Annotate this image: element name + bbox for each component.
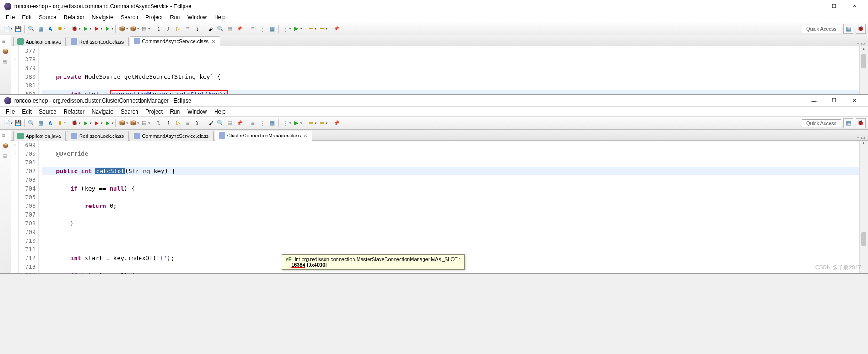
tab-close-icon[interactable]: ✕ [304, 133, 307, 138]
grid-icon[interactable] [267, 24, 277, 33]
menu-search[interactable]: Search [117, 108, 142, 115]
save-icon[interactable] [13, 24, 22, 33]
outline-icon[interactable] [248, 119, 257, 128]
tab-close-icon[interactable]: ✕ [212, 39, 215, 44]
perspective-debug-icon[interactable] [856, 24, 866, 34]
back-icon[interactable] [306, 119, 315, 128]
paint-icon[interactable] [206, 24, 215, 33]
code-body[interactable]: private NodeSource getNodeSource(String … [39, 46, 859, 94]
code-body[interactable]: @Override public int calcSlot(String key… [39, 141, 859, 273]
star-icon[interactable] [55, 119, 65, 128]
resume-icon[interactable] [174, 119, 183, 128]
skip-icon[interactable] [154, 24, 163, 33]
box-icon[interactable] [36, 119, 45, 128]
restore-view-icon[interactable] [2, 38, 10, 45]
menu-window[interactable]: Window [184, 108, 211, 115]
lines-icon[interactable] [183, 24, 192, 33]
tab-commandasync[interactable]: CommandAsyncService.class [130, 131, 214, 141]
paint-icon[interactable] [206, 119, 215, 128]
menu-edit[interactable]: Edit [18, 13, 35, 21]
close-button[interactable]: ✕ [845, 2, 864, 11]
more-icon[interactable] [258, 119, 267, 128]
tab-redissonlock[interactable]: RedissonLock.class [67, 37, 129, 46]
resume-icon[interactable] [174, 24, 183, 33]
new-pkg-icon[interactable] [118, 24, 127, 33]
menu-navigate[interactable]: Navigate [88, 108, 117, 115]
search2-icon[interactable] [216, 119, 225, 128]
menu-refactor[interactable]: Refactor [60, 13, 88, 21]
stepout-icon[interactable] [164, 119, 173, 128]
star-icon[interactable] [55, 24, 65, 33]
new-class-icon[interactable] [129, 119, 138, 128]
type-hier-icon[interactable] [2, 152, 10, 160]
new-type-icon[interactable] [140, 24, 149, 33]
quick-access-input[interactable]: Quick Access [802, 25, 841, 33]
tab-max-icon[interactable]: ▭ [861, 135, 865, 140]
more-icon[interactable] [258, 24, 267, 33]
perspective-java-icon[interactable] [843, 118, 853, 128]
menu-navigate[interactable]: Navigate [88, 13, 117, 21]
maximize-button[interactable]: ☐ [825, 2, 844, 11]
search-icon[interactable] [27, 119, 36, 128]
code-editor[interactable]: 377 378 379 380 381 382 private NodeSour… [11, 46, 868, 94]
tab-clusterconn[interactable]: ClusterConnectionManager.class✕ [215, 131, 312, 141]
tab-redissonlock[interactable]: RedissonLock.class [67, 131, 129, 141]
ext-run-icon[interactable] [92, 119, 101, 128]
nextann-icon[interactable] [292, 119, 301, 128]
ext-run-icon[interactable] [92, 24, 101, 33]
menu-run[interactable]: Run [166, 108, 184, 115]
pkg-explorer-icon[interactable] [2, 48, 10, 55]
new-class-icon[interactable] [129, 24, 138, 33]
menu-project[interactable]: Project [142, 108, 166, 115]
new-pkg-icon[interactable] [118, 119, 127, 128]
menu-run[interactable]: Run [166, 13, 184, 21]
maximize-button[interactable]: ☐ [825, 96, 844, 105]
menu-file[interactable]: File [2, 108, 18, 115]
new-icon[interactable] [2, 119, 11, 128]
close-button[interactable]: ✕ [845, 96, 864, 105]
search-icon[interactable] [27, 24, 36, 33]
tab-commandasync[interactable]: CommandAsyncService.class✕ [130, 36, 220, 46]
save-icon[interactable] [13, 119, 22, 128]
type-hier-icon[interactable] [2, 58, 10, 65]
skip2-icon[interactable] [193, 24, 202, 33]
tab-max-icon[interactable]: ▭ [861, 41, 865, 46]
box-icon[interactable] [36, 24, 45, 33]
lines-icon[interactable] [183, 119, 192, 128]
nextann-icon[interactable] [292, 24, 301, 33]
skip-icon[interactable] [154, 119, 163, 128]
vertical-scrollbar[interactable]: ▴ [859, 46, 868, 94]
skip2-icon[interactable] [193, 119, 202, 128]
forward-icon[interactable] [317, 24, 326, 33]
menu-search[interactable]: Search [117, 13, 142, 21]
menu-edit[interactable]: Edit [18, 108, 35, 115]
tab-application[interactable]: Application.java [13, 37, 66, 46]
forward-icon[interactable] [317, 119, 326, 128]
tab-min-icon[interactable]: ▫ [857, 135, 859, 140]
grid-icon[interactable] [267, 119, 277, 128]
menu-project[interactable]: Project [142, 13, 166, 21]
perspective-java-icon[interactable] [843, 24, 853, 34]
menu-help[interactable]: Help [211, 13, 229, 21]
menu-source[interactable]: Source [35, 13, 60, 21]
menu-source[interactable]: Source [35, 108, 60, 115]
extra-icon[interactable] [281, 119, 290, 128]
perspective-debug-icon[interactable] [856, 118, 866, 128]
coverage-icon[interactable] [103, 24, 112, 33]
debug-icon[interactable] [70, 119, 79, 128]
run-icon[interactable] [81, 119, 90, 128]
pin-icon[interactable] [235, 24, 244, 33]
coverage-icon[interactable] [103, 119, 112, 128]
task-icon[interactable] [225, 24, 234, 33]
pin2-icon[interactable] [332, 24, 341, 33]
tab-application[interactable]: Application.java [13, 131, 66, 141]
menu-help[interactable]: Help [211, 108, 229, 115]
menu-window[interactable]: Window [184, 13, 211, 21]
task-icon[interactable] [225, 119, 234, 128]
outline-icon[interactable] [248, 24, 257, 33]
toggle-a-icon[interactable] [46, 119, 55, 128]
menu-refactor[interactable]: Refactor [60, 108, 88, 115]
pkg-explorer-icon[interactable] [2, 142, 10, 150]
code-editor[interactable]: 699 700 701 702 703 704 705 706 707 708 … [11, 141, 868, 273]
back-icon[interactable] [306, 24, 315, 33]
